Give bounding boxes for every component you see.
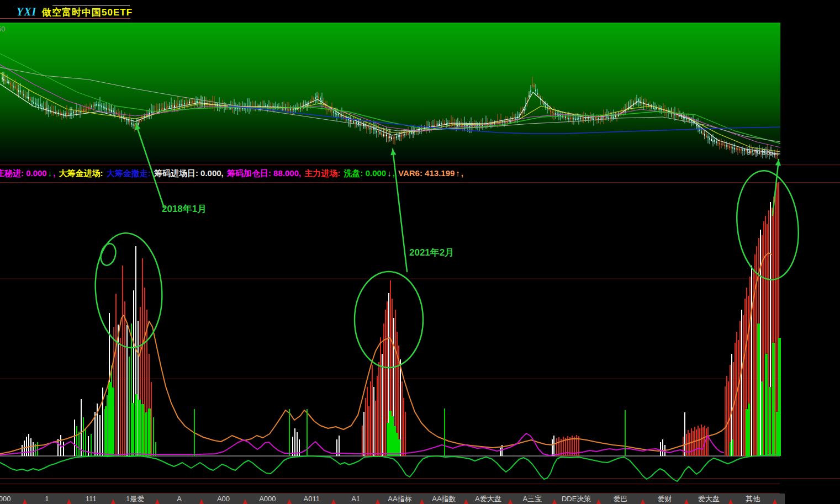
tab-1最爱[interactable]: 1最爱 — [113, 494, 157, 504]
page-title: 做空富时中国50ETF — [42, 6, 133, 19]
indicator-value: 洗盘: 0.000 — [344, 168, 387, 178]
indicator-value: , — [53, 168, 57, 178]
app-mark: YXI — [17, 6, 36, 18]
bottom-tab-bar: 000011111最爱AA00A000A011A1AA指标AA指数A爱大盘A三宝… — [0, 494, 785, 504]
tab-爱大盘[interactable]: 爱大盘 — [686, 494, 731, 504]
tab-111[interactable]: 111 — [69, 494, 113, 504]
tab-separator-icon — [376, 499, 380, 504]
indicator-value: 庄秘进: 0.000 — [0, 168, 47, 178]
tab-separator-icon — [23, 499, 27, 504]
tab-separator-icon — [508, 499, 513, 504]
annotation-label: 2021年2月 — [409, 246, 454, 259]
tab-separator-icon — [464, 499, 468, 504]
indicator-value: 主力进场: — [304, 168, 342, 178]
indicator-value: 筹码进场日: 0.000, — [154, 168, 226, 178]
tab-A爱大盘[interactable]: A爱大盘 — [466, 494, 510, 504]
tab-separator-icon — [641, 499, 645, 504]
tab-A000[interactable]: A000 — [245, 494, 289, 504]
indicator-value: 大筹金进场: — [59, 168, 105, 178]
tab-separator-icon — [243, 499, 247, 504]
title-bar: YXI 做空富时中国50ETF — [0, 0, 840, 23]
last-price-label: 9.425 — [747, 148, 771, 157]
tab-A011[interactable]: A011 — [289, 494, 334, 504]
lower-chart-canvas — [0, 182, 840, 484]
upper-candlestick-panel[interactable]: 50 — [0, 23, 780, 162]
tab-1[interactable]: 1 — [25, 494, 69, 504]
indicator-value: ↑ — [456, 168, 460, 178]
upper-chart-canvas — [0, 24, 780, 162]
tab-separator-icon — [420, 499, 424, 504]
tab-separator-icon — [684, 499, 689, 504]
tab-separator-icon — [111, 499, 115, 504]
tab-A[interactable]: A — [157, 494, 202, 504]
tab-separator-icon — [287, 499, 292, 504]
tab-其他[interactable]: 其他 — [731, 494, 775, 504]
tab-separator-icon — [199, 499, 204, 504]
tab-separator-icon — [155, 499, 160, 504]
indicator-value: VAR6: 413.199 — [398, 168, 455, 178]
indicator-value: 大筹金撤走: — [107, 168, 153, 178]
annotation-label: 2018年1月 — [162, 203, 207, 215]
indicator-value: , — [461, 168, 463, 178]
indicator-value: 筹码加仓日: 88.000, — [227, 168, 303, 178]
tab-A三宝[interactable]: A三宝 — [510, 494, 554, 504]
indicator-value: , — [393, 168, 397, 178]
tab-DDE决策[interactable]: DDE决策 — [554, 494, 599, 504]
tab-separator-icon — [67, 499, 71, 504]
tab-separator-icon — [728, 499, 733, 504]
axis-top-border — [0, 484, 780, 484]
indicator-value: ↓ — [48, 168, 52, 178]
tab-AA指标[interactable]: AA指标 — [378, 494, 422, 504]
trading-app-window: YXI 做空富时中国50ETF 50 9.425 庄秘进: 0.000↓, 大筹… — [0, 0, 840, 504]
tab-A00[interactable]: A00 — [202, 494, 246, 504]
indicator-value: ↓ — [387, 168, 392, 178]
tab-爱财[interactable]: 爱财 — [643, 494, 687, 504]
scale-label: 50 — [0, 25, 5, 33]
title-underline — [0, 18, 130, 19]
tab-0000[interactable]: 0000 — [0, 494, 25, 504]
tab-separator-icon — [596, 499, 601, 504]
tab-A1[interactable]: A1 — [334, 494, 378, 504]
indicator-readout-band: 庄秘进: 0.000↓, 大筹金进场: 大筹金撤走: 筹码进场日: 0.000,… — [0, 165, 840, 183]
tab-AA指数[interactable]: AA指数 — [422, 494, 466, 504]
axis-separator-line — [0, 478, 840, 479]
tab-separator-icon — [773, 499, 777, 504]
tab-separator-icon — [331, 499, 336, 504]
tab-separator-icon — [552, 499, 557, 504]
tab-爱巴[interactable]: 爱巴 — [599, 494, 643, 504]
